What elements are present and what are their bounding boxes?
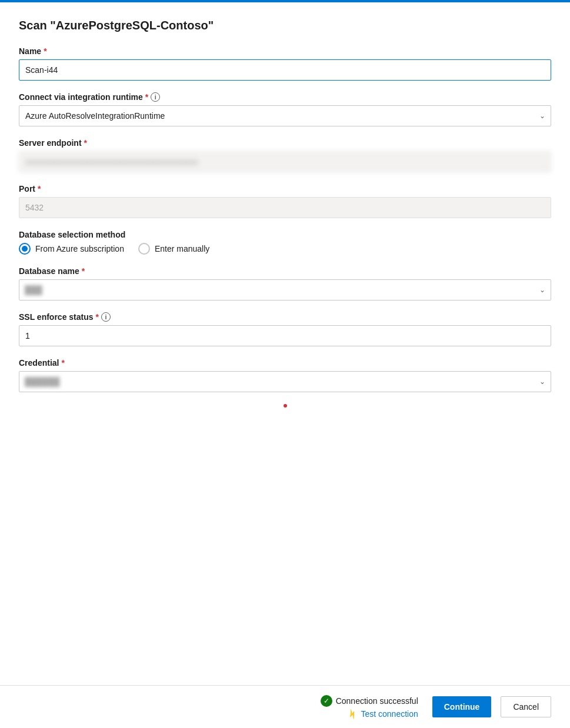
database-name-field-group: Database name * ███ ⌄ <box>19 266 551 300</box>
credential-label: Credential * <box>19 358 551 368</box>
database-selection-method-field-group: Database selection method From Azure sub… <box>19 230 551 255</box>
ssl-enforce-label: SSL enforce status * i <box>19 312 551 322</box>
connection-status: ✓ Connection successful ⚡ Test connectio… <box>321 695 418 719</box>
port-input <box>19 197 551 218</box>
integration-runtime-info-icon[interactable]: i <box>151 92 160 102</box>
server-endpoint-input <box>19 151 551 172</box>
footer: ✓ Connection successful ⚡ Test connectio… <box>0 685 570 728</box>
credential-field-group: Credential * ██████ ⌄ <box>19 358 551 392</box>
ssl-enforce-input[interactable] <box>19 325 551 346</box>
name-field-group: Name * <box>19 46 551 81</box>
integration-runtime-label: Connect via integration runtime * i <box>19 92 551 102</box>
credential-select-wrapper: ██████ ⌄ <box>19 371 551 392</box>
name-required-star: * <box>44 46 46 56</box>
continue-button[interactable]: Continue <box>432 696 492 717</box>
test-connection-icon: ⚡ <box>345 707 359 720</box>
credential-required-star: * <box>61 358 64 368</box>
radio-from-azure-circle <box>19 243 31 255</box>
integration-runtime-required-star: * <box>145 92 148 102</box>
credential-select[interactable] <box>19 371 551 392</box>
port-field-group: Port * <box>19 184 551 218</box>
page-title: Scan "AzurePostgreSQL-Contoso" <box>19 19 551 32</box>
ssl-enforce-info-icon[interactable]: i <box>101 312 111 322</box>
database-selection-radio-group: From Azure subscription Enter manually <box>19 243 551 255</box>
success-icon: ✓ <box>321 695 332 707</box>
database-selection-method-label: Database selection method <box>19 230 551 239</box>
integration-runtime-select[interactable]: Azure AutoResolveIntegrationRuntime <box>19 105 551 126</box>
status-dot <box>284 404 287 408</box>
radio-from-azure[interactable]: From Azure subscription <box>19 243 124 255</box>
test-connection-link[interactable]: ⚡ Test connection <box>347 709 418 719</box>
database-name-required-star: * <box>82 266 85 276</box>
port-required-star: * <box>38 184 41 193</box>
port-label: Port * <box>19 184 551 193</box>
name-label: Name * <box>19 46 551 56</box>
database-name-label: Database name * <box>19 266 551 276</box>
radio-enter-manually[interactable]: Enter manually <box>138 243 209 255</box>
database-name-select[interactable] <box>19 279 551 300</box>
database-name-select-wrapper: ███ ⌄ <box>19 279 551 300</box>
server-endpoint-label: Server endpoint * <box>19 138 551 148</box>
ssl-enforce-field-group: SSL enforce status * i <box>19 312 551 346</box>
connection-success-message: ✓ Connection successful <box>321 695 418 707</box>
radio-enter-manually-label: Enter manually <box>155 244 209 253</box>
integration-runtime-field-group: Connect via integration runtime * i Azur… <box>19 92 551 126</box>
integration-runtime-select-wrapper: Azure AutoResolveIntegrationRuntime ⌄ <box>19 105 551 126</box>
server-endpoint-required-star: * <box>84 138 87 148</box>
name-input[interactable] <box>19 59 551 81</box>
ssl-enforce-required-star: * <box>96 312 99 322</box>
cancel-button[interactable]: Cancel <box>501 696 551 717</box>
radio-enter-manually-circle <box>138 243 150 255</box>
dot-indicator <box>19 404 551 408</box>
radio-from-azure-label: From Azure subscription <box>35 244 124 253</box>
server-endpoint-field-group: Server endpoint * <box>19 138 551 172</box>
